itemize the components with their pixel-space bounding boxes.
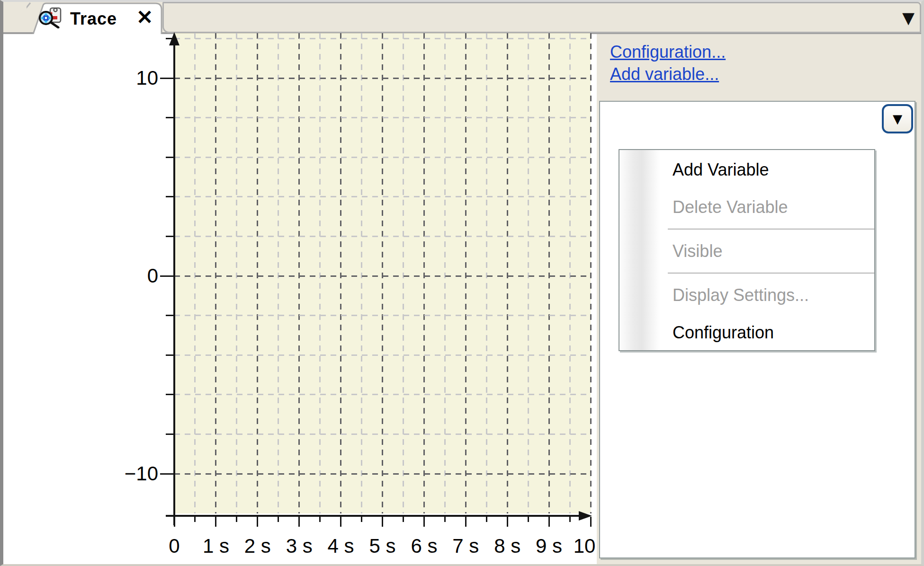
- x-tick-minor: [444, 517, 446, 522]
- x-tick-minor: [278, 517, 279, 522]
- x-axis-arrow-icon: [579, 511, 592, 521]
- gridline-x-major: [340, 33, 341, 513]
- gridline-y-minor: [174, 38, 591, 39]
- gridline-x-major: [298, 33, 300, 513]
- gridline-x-major: [382, 33, 383, 513]
- gridline-x-minor: [486, 33, 487, 513]
- y-axis-label: −10: [111, 463, 158, 485]
- panel-dropdown-button[interactable]: ▼: [882, 104, 913, 133]
- x-tick-minor: [403, 517, 404, 522]
- y-tick-major: [160, 78, 174, 79]
- gridline-y-minor: [174, 196, 591, 197]
- menu-item-display-settings: Display Settings...: [619, 276, 874, 314]
- x-tick-major: [215, 517, 216, 527]
- gridline-x-minor: [403, 33, 404, 513]
- x-tick-minor: [319, 517, 321, 522]
- menu-item-delete-variable: Delete Variable: [619, 188, 874, 226]
- x-tick-minor: [486, 517, 487, 522]
- menu-separator: [668, 273, 874, 274]
- gridline-y-minor: [174, 354, 591, 356]
- gridline-y-major: [174, 275, 591, 277]
- menu-item-visible: Visible: [619, 232, 874, 270]
- x-axis-line: [166, 515, 580, 517]
- y-tick-major: [160, 473, 174, 475]
- gridline-y-minor: [174, 394, 591, 395]
- trace-window: ▼ Trace ✕ 01 s2 s3 s4 s5 s6 s7 s8 s9 s10…: [0, 0, 924, 566]
- x-tick-major: [257, 517, 258, 527]
- trace-magnifier-icon: [38, 7, 63, 28]
- gridline-y-minor: [174, 117, 591, 118]
- gridline-y-minor: [174, 315, 591, 316]
- x-tick-minor: [236, 517, 237, 522]
- add-variable-link[interactable]: Add variable...: [610, 63, 726, 85]
- gridline-x-major: [465, 33, 466, 513]
- gridline-x-major: [215, 33, 216, 513]
- y-tick-major: [160, 275, 174, 277]
- gridline-y-major: [174, 473, 591, 475]
- tab-title: Trace: [70, 9, 117, 29]
- gridline-x-minor: [319, 33, 321, 513]
- x-tick-major: [423, 517, 425, 527]
- tab-strip: [162, 2, 921, 33]
- x-tick-minor: [194, 517, 196, 522]
- tab-close-icon[interactable]: ✕: [136, 8, 153, 27]
- menu-item-add-variable[interactable]: Add Variable: [619, 151, 874, 188]
- x-tick-major: [507, 517, 508, 527]
- gridline-y-minor: [174, 433, 591, 435]
- y-axis-line: [173, 34, 175, 525]
- context-menu: Add VariableDelete VariableVisibleDispla…: [619, 149, 875, 351]
- menu-separator: [668, 229, 874, 230]
- gridline-x-minor: [444, 33, 446, 513]
- gridline-y-minor: [174, 157, 591, 158]
- gridline-y-minor: [174, 236, 591, 237]
- x-tick-minor: [528, 517, 529, 522]
- gridline-x-major: [423, 33, 425, 513]
- x-tick-minor: [361, 517, 362, 522]
- gridline-x-minor: [236, 33, 237, 513]
- tab-overflow-icon[interactable]: ▼: [897, 7, 920, 29]
- gridline-x-minor: [528, 33, 529, 513]
- gridline-x-major: [257, 33, 258, 513]
- gridline-x-major: [548, 33, 550, 513]
- gridline-x-minor: [569, 33, 571, 513]
- y-axis-label: 0: [111, 265, 158, 287]
- x-tick-major: [548, 517, 550, 527]
- x-tick-major: [340, 517, 341, 527]
- x-tick-major: [382, 517, 383, 527]
- y-axis-label: 10: [111, 67, 158, 89]
- x-tick-major: [298, 517, 300, 527]
- gridline-y-major: [174, 78, 591, 79]
- gridline-x-major: [507, 33, 508, 513]
- x-tick-minor: [569, 517, 571, 522]
- configuration-link[interactable]: Configuration...: [610, 41, 726, 63]
- x-tick-major: [465, 517, 466, 527]
- y-axis-arrow-icon: [169, 32, 179, 45]
- command-links: Configuration... Add variable...: [610, 41, 726, 85]
- gridline-x-minor: [361, 33, 362, 513]
- menu-item-configuration[interactable]: Configuration: [619, 314, 874, 351]
- gridline-x-major: [590, 33, 592, 513]
- gridline-x-minor: [278, 33, 279, 513]
- gridline-x-minor: [194, 33, 196, 513]
